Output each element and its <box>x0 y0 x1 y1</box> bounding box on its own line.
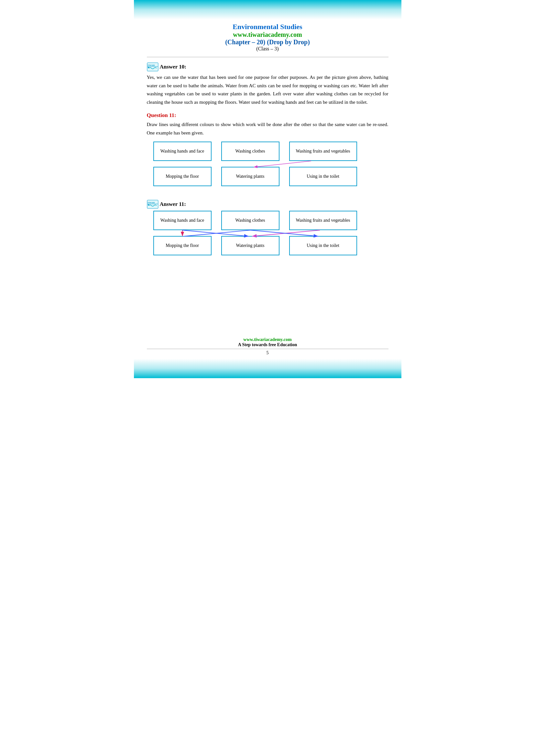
bottom-gradient <box>134 359 401 378</box>
q11-box-washing-fruits: Washing fruits and vegetables <box>289 142 357 161</box>
page-number: 5 <box>134 350 401 356</box>
svg-text:TIWARI: TIWARI <box>148 64 155 66</box>
footer-tagline: A Step towards free Education <box>134 342 401 347</box>
q11-box-watering: Watering plants <box>221 167 279 186</box>
a11-box-watering: Watering plants <box>221 236 279 255</box>
page-footer: www.tiwariacademy.com A Step towards fre… <box>134 334 401 357</box>
a11-box-washing-fruits: Washing fruits and vegetables <box>289 211 357 230</box>
q11-box-washing-hands: Washing hands and face <box>153 142 211 161</box>
svg-text:TIWARI: TIWARI <box>148 202 155 203</box>
chapter-title: (Chapter – 20) (Drop by Drop) <box>147 39 388 46</box>
a11-box-mopping: Mopping the floor <box>153 236 211 255</box>
answer11-label: TIWARI Answer 11: <box>147 200 388 209</box>
question11-diagram: Washing hands and face Washing clothes W… <box>153 142 382 193</box>
question11-label: Question 11: <box>147 112 388 119</box>
a11-box-washing-hands: Washing hands and face <box>153 211 211 230</box>
svg-point-9 <box>148 204 149 205</box>
q11-box-washing-clothes: Washing clothes <box>221 142 279 161</box>
header-divider <box>147 57 388 57</box>
a11-box-toilet: Using in the toilet <box>289 236 357 255</box>
footer-website: www.tiwariacademy.com <box>134 337 401 342</box>
class-label: (Class – 3) <box>147 46 388 52</box>
footer-divider <box>147 349 388 349</box>
svg-rect-0 <box>147 63 158 71</box>
answer11-boxes: Washing hands and face Washing clothes W… <box>153 211 382 255</box>
q11-box-mopping: Mopping the floor <box>153 167 211 186</box>
answer10-section: TIWARI Answer 10: Yes, we can use the wa… <box>147 62 388 106</box>
question11-section: Question 11: Draw lines using different … <box>147 112 388 193</box>
svg-rect-6 <box>147 200 158 208</box>
header-website: www.tiwariacademy.com <box>147 31 388 39</box>
svg-point-3 <box>148 67 149 68</box>
main-title: Environmental Studies <box>147 23 388 31</box>
q11-box-toilet: Using in the toilet <box>289 167 357 186</box>
tiwari-logo-icon-2: TIWARI <box>147 200 158 209</box>
answer11-section: TIWARI Answer 11: Washing hands and face… <box>147 200 388 267</box>
question11-boxes: Washing hands and face Washing clothes W… <box>153 142 382 186</box>
page-header: Environmental Studies www.tiwariacademy.… <box>147 19 388 54</box>
a11-box-washing-clothes: Washing clothes <box>221 211 279 230</box>
tiwari-logo-icon: TIWARI <box>147 62 158 71</box>
answer11-diagram: Washing hands and face Washing clothes W… <box>153 211 382 267</box>
answer10-label: TIWARI Answer 10: <box>147 62 388 71</box>
answer10-text: Yes, we can use the water that has been … <box>147 73 388 106</box>
question11-text: Draw lines using different colours to sh… <box>147 121 388 137</box>
